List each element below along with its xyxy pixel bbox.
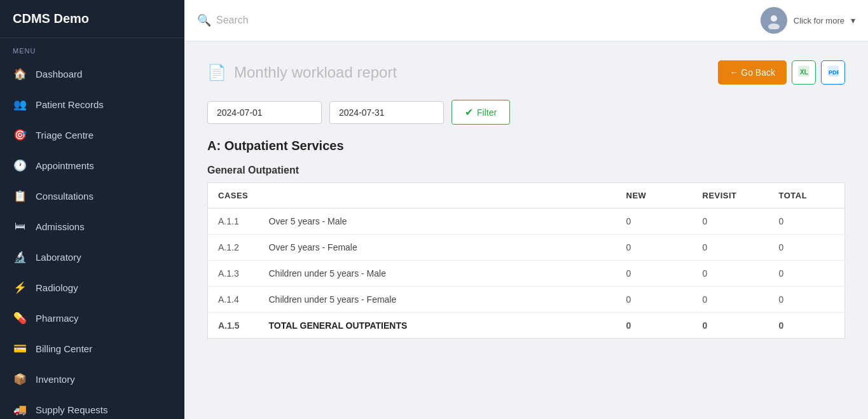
sidebar-item-triage[interactable]: 🎯 Triage Centre [0, 120, 184, 150]
app-title: CDMS Demo [0, 0, 184, 38]
clock-icon: 🕐 [13, 158, 27, 172]
sidebar-item-laboratory[interactable]: 🔬 Laboratory [0, 242, 184, 272]
date-from-input[interactable] [207, 101, 322, 124]
page-title-text: Monthly workload report [234, 64, 397, 81]
menu-label: MENU [0, 38, 184, 58]
row-code: A.1.2 [208, 235, 259, 261]
row-new: 0 [616, 235, 692, 261]
table-header-row: CASES NEW REVISIT TOTAL [208, 183, 845, 209]
billing-icon: 💳 [13, 341, 27, 355]
excel-icon: XL [798, 65, 809, 80]
row-new: 0 [616, 313, 692, 339]
export-excel-button[interactable]: XL [792, 60, 816, 85]
sidebar-item-label: Supply Requests [36, 404, 107, 415]
table-row: A.1.5 TOTAL GENERAL OUTPATIENTS 0 0 0 [208, 313, 845, 339]
sidebar-item-label: Dashboard [36, 69, 82, 79]
sidebar-item-radiology[interactable]: ⚡ Radiology [0, 272, 184, 303]
triage-icon: 🎯 [13, 128, 27, 142]
section-a-title: A: Outpatient Services [207, 139, 845, 153]
report-table: CASES NEW REVISIT TOTAL A.1.1 Over 5 yea… [207, 182, 845, 339]
go-back-button[interactable]: ← Go Back [718, 60, 787, 85]
svg-text:PDF: PDF [829, 69, 839, 76]
sidebar-item-label: Appointments [36, 160, 94, 171]
svg-point-1 [768, 24, 780, 29]
search-icon: 🔍 [197, 13, 211, 27]
row-new: 0 [616, 287, 692, 313]
content-area: 📄 Monthly workload report ← Go Back XL [184, 41, 868, 419]
table-row: A.1.1 Over 5 years - Male 0 0 0 [208, 209, 845, 235]
content-header: 📄 Monthly workload report ← Go Back XL [207, 60, 845, 85]
row-code: A.1.3 [208, 261, 259, 287]
row-label: TOTAL GENERAL OUTPATIENTS [259, 313, 616, 339]
radiology-icon: ⚡ [13, 280, 27, 294]
row-total: 0 [769, 313, 845, 339]
row-revisit: 0 [692, 261, 769, 287]
export-pdf-button[interactable]: PDF [821, 60, 845, 85]
row-label: Over 5 years - Male [259, 209, 616, 235]
sidebar-item-patient-records[interactable]: 👥 Patient Records [0, 89, 184, 120]
col-revisit: REVISIT [692, 183, 769, 209]
sidebar-item-billing[interactable]: 💳 Billing Center [0, 333, 184, 364]
row-total: 0 [769, 235, 845, 261]
inventory-icon: 📦 [13, 372, 27, 386]
report-icon: 📄 [207, 64, 226, 81]
col-description [259, 183, 616, 209]
lab-icon: 🔬 [13, 250, 27, 264]
row-total: 0 [769, 209, 845, 235]
sidebar-item-label: Inventory [36, 374, 75, 385]
col-cases: CASES [208, 183, 259, 209]
sidebar-item-label: Consultations [36, 191, 93, 202]
table-row: A.1.2 Over 5 years - Female 0 0 0 [208, 235, 845, 261]
col-total: TOTAL [769, 183, 845, 209]
sidebar-item-label: Patient Records [36, 99, 104, 110]
avatar[interactable] [761, 7, 787, 34]
sidebar-item-supply-requests[interactable]: 🚚 Supply Requests [0, 394, 184, 419]
filter-button[interactable]: ✔ Filter [451, 100, 510, 125]
page-title: 📄 Monthly workload report [207, 64, 397, 81]
row-code: A.1.5 [208, 313, 259, 339]
col-new: NEW [616, 183, 692, 209]
row-revisit: 0 [692, 209, 769, 235]
svg-text:XL: XL [800, 69, 808, 76]
table-row: A.1.4 Children under 5 years - Female 0 … [208, 287, 845, 313]
sidebar-item-label: Admissions [36, 221, 85, 232]
pdf-icon: PDF [827, 65, 839, 80]
sidebar-item-inventory[interactable]: 📦 Inventory [0, 364, 184, 394]
patients-icon: 👥 [13, 97, 27, 111]
sidebar-item-pharmacy[interactable]: 💊 Pharmacy [0, 303, 184, 333]
row-total: 0 [769, 261, 845, 287]
table-row: A.1.3 Children under 5 years - Male 0 0 … [208, 261, 845, 287]
subsection-title: General Outpatient [207, 165, 845, 176]
row-label: Over 5 years - Female [259, 235, 616, 261]
header-right: Click for more ▾ [761, 7, 855, 34]
row-code: A.1.4 [208, 287, 259, 313]
row-revisit: 0 [692, 313, 769, 339]
filter-check-icon: ✔ [465, 106, 473, 118]
clipboard-icon: 📋 [13, 189, 27, 203]
filter-label: Filter [477, 107, 497, 118]
search-box[interactable]: 🔍 Search [197, 13, 761, 27]
main-area: 🔍 Search Click for more ▾ 📄 Monthly work… [184, 0, 868, 419]
svg-point-0 [771, 15, 777, 22]
click-more-label[interactable]: Click for more [794, 16, 844, 25]
sidebar-item-label: Radiology [36, 282, 78, 293]
sidebar-item-label: Billing Center [36, 343, 92, 354]
row-code: A.1.1 [208, 209, 259, 235]
sidebar-item-label: Pharmacy [36, 313, 79, 324]
header: 🔍 Search Click for more ▾ [184, 0, 868, 41]
sidebar-item-admissions[interactable]: 🛏 Admissions [0, 211, 184, 242]
sidebar-item-label: Triage Centre [36, 130, 93, 141]
home-icon: 🏠 [13, 67, 27, 81]
sidebar-item-appointments[interactable]: 🕐 Appointments [0, 150, 184, 181]
date-to-input[interactable] [329, 101, 444, 124]
row-label: Children under 5 years - Female [259, 287, 616, 313]
row-label: Children under 5 years - Male [259, 261, 616, 287]
chevron-down-icon[interactable]: ▾ [851, 15, 855, 25]
supply-icon: 🚚 [13, 402, 27, 416]
row-new: 0 [616, 261, 692, 287]
sidebar: CDMS Demo MENU 🏠 Dashboard 👥 Patient Rec… [0, 0, 184, 419]
sidebar-item-label: Laboratory [36, 252, 81, 263]
bed-icon: 🛏 [13, 219, 27, 233]
sidebar-item-dashboard[interactable]: 🏠 Dashboard [0, 58, 184, 89]
sidebar-item-consultations[interactable]: 📋 Consultations [0, 181, 184, 211]
